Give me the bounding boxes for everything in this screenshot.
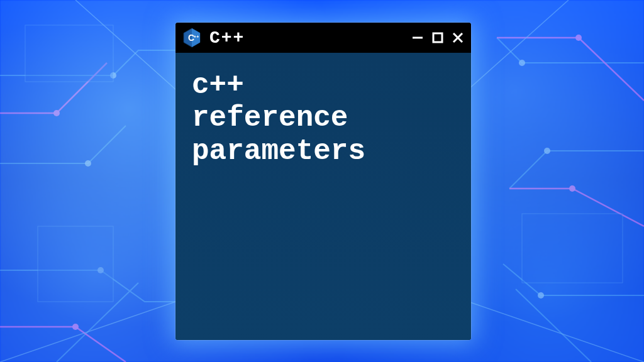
close-button[interactable] [451,31,465,45]
svg-rect-11 [522,214,623,283]
svg-point-1 [85,160,91,167]
svg-point-7 [569,185,575,192]
app-title: C++ [209,28,403,48]
maximize-button[interactable] [431,31,445,45]
svg-point-4 [544,148,550,154]
svg-text:+: + [197,35,199,39]
cpp-icon: C + + [182,28,202,48]
svg-rect-12 [38,226,113,302]
terminal-window: C + + C++ c++ reference parameters [175,23,471,340]
svg-rect-23 [433,33,442,42]
window-controls [411,31,465,45]
terminal-content: c++ reference parameters [175,53,471,340]
svg-point-5 [538,292,544,299]
titlebar[interactable]: C + + C++ [175,23,471,53]
minimize-button[interactable] [411,31,425,45]
svg-point-3 [519,60,525,66]
svg-point-9 [53,110,60,116]
svg-rect-10 [25,25,113,82]
svg-point-6 [575,35,582,41]
svg-point-8 [72,324,79,330]
svg-text:+: + [194,35,196,39]
